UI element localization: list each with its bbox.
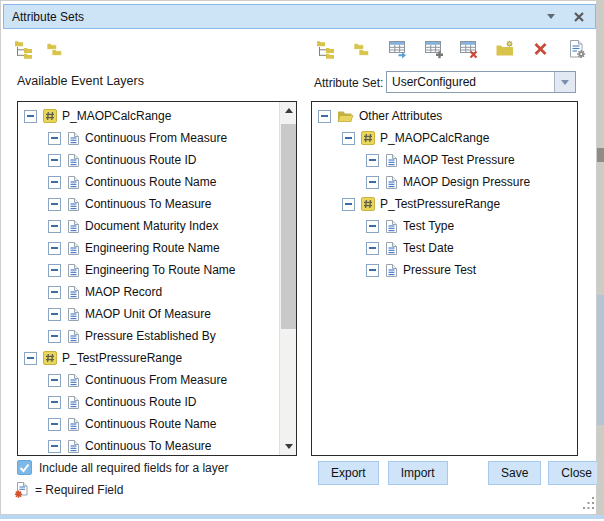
tree-item[interactable]: Pressure Established By: [18, 325, 279, 347]
left-panel-scrollbar[interactable]: [279, 102, 296, 455]
expand-tree-icon[interactable]: [315, 38, 337, 60]
tree-item[interactable]: P_TestPressureRange: [18, 347, 279, 369]
tree-item[interactable]: P_TestPressureRange: [312, 193, 577, 215]
tree-item[interactable]: Engineering To Route Name: [18, 259, 279, 281]
field-icon: [385, 241, 398, 256]
resize-grip[interactable]: [583, 497, 595, 509]
folder-new-icon[interactable]: [494, 38, 516, 60]
scroll-down-button[interactable]: [280, 438, 297, 455]
collapse-toggle-icon[interactable]: [24, 352, 37, 365]
tree-item[interactable]: MAOP Test Pressure: [312, 149, 577, 171]
collapse-toggle-icon[interactable]: [342, 132, 355, 145]
table-remove-icon[interactable]: [458, 38, 480, 60]
include-required-fields-row: Include all required fields for a layer: [17, 460, 228, 475]
collapse-toggle-icon[interactable]: [48, 330, 61, 343]
collapse-toggle-icon[interactable]: [48, 440, 61, 453]
tree-item[interactable]: P_MAOPCalcRange: [18, 105, 279, 127]
tree-item-label: Continuous Route ID: [85, 395, 196, 409]
scroll-up-button[interactable]: [280, 102, 297, 119]
tree-item-label: Continuous Route Name: [85, 417, 216, 431]
field-icon: [67, 131, 80, 146]
collapse-toggle-icon[interactable]: [48, 132, 61, 145]
tree-item[interactable]: Continuous Route ID: [18, 149, 279, 171]
expand-tree-icon[interactable]: [13, 38, 35, 60]
collapse-toggle-icon[interactable]: [366, 154, 379, 167]
table-export-icon[interactable]: [387, 38, 409, 60]
collapse-toggle-icon[interactable]: [48, 418, 61, 431]
field-icon: [385, 175, 398, 190]
close-dialog-button[interactable]: [571, 9, 587, 25]
field-icon: [385, 219, 398, 234]
include-required-fields-checkbox[interactable]: [17, 460, 32, 475]
collapse-toggle-icon[interactable]: [48, 374, 61, 387]
left-toolbar: [13, 38, 66, 60]
collapse-toggle-icon[interactable]: [366, 242, 379, 255]
chevron-down-icon: [561, 80, 569, 85]
attribute-set-select[interactable]: UserConfigured: [386, 71, 576, 93]
collapse-toggle-icon[interactable]: [48, 286, 61, 299]
attribute-set-label: Attribute Set:: [314, 76, 383, 90]
import-button[interactable]: Import: [388, 461, 448, 485]
tree-item[interactable]: Test Date: [312, 237, 577, 259]
tree-item[interactable]: MAOP Record: [18, 281, 279, 303]
scrollbar-thumb[interactable]: [281, 124, 296, 329]
event-layer-icon: [43, 351, 57, 365]
attribute-sets-dialog: Attribute Sets Available Event Layers At…: [0, 0, 597, 515]
attribute-set-dropdown-button[interactable]: [554, 72, 575, 92]
collapse-toggle-icon[interactable]: [48, 308, 61, 321]
field-icon: [67, 329, 80, 344]
collapse-folders-icon[interactable]: [44, 38, 66, 60]
collapse-toggle-icon[interactable]: [48, 154, 61, 167]
tree-item[interactable]: P_MAOPCalcRange: [312, 127, 577, 149]
tree-item[interactable]: Continuous Route ID: [18, 391, 279, 413]
collapse-toggle-icon[interactable]: [318, 110, 331, 123]
tree-item-label: Engineering Route Name: [85, 241, 220, 255]
collapse-toggle-icon[interactable]: [366, 176, 379, 189]
tree-item-label: Continuous From Measure: [85, 131, 227, 145]
document-settings-icon[interactable]: [566, 38, 588, 60]
collapse-toggle-icon[interactable]: [366, 220, 379, 233]
field-icon: [67, 219, 80, 234]
tree-item[interactable]: Document Maturity Index: [18, 215, 279, 237]
collapse-toggle-icon[interactable]: [366, 264, 379, 277]
delete-icon[interactable]: [530, 38, 552, 60]
collapse-toggle-icon[interactable]: [24, 110, 37, 123]
collapse-toggle-icon[interactable]: [48, 242, 61, 255]
titlebar[interactable]: Attribute Sets: [3, 4, 596, 29]
collapse-toggle-icon[interactable]: [48, 176, 61, 189]
collapse-toggle-icon[interactable]: [48, 198, 61, 211]
collapse-toggle-icon[interactable]: [48, 396, 61, 409]
tree-item[interactable]: Continuous To Measure: [18, 193, 279, 215]
export-button[interactable]: Export: [318, 461, 379, 485]
tree-item[interactable]: Continuous To Measure: [18, 435, 279, 456]
tree-item-label: Other Attributes: [359, 109, 442, 123]
tree-item[interactable]: Continuous Route Name: [18, 413, 279, 435]
collapse-toggle-icon[interactable]: [48, 220, 61, 233]
tree-item[interactable]: MAOP Design Pressure: [312, 171, 577, 193]
tree-item[interactable]: Engineering Route Name: [18, 237, 279, 259]
arrow-down-icon: [285, 444, 293, 449]
collapse-folders-icon[interactable]: [351, 38, 373, 60]
collapse-dialog-button[interactable]: [543, 9, 559, 25]
tree-item-label: P_MAOPCalcRange: [380, 131, 489, 145]
table-add-icon[interactable]: [423, 38, 445, 60]
caret-down-icon: [547, 14, 555, 19]
right-toolbar: [315, 38, 588, 60]
save-button[interactable]: Save: [488, 461, 541, 485]
close-button[interactable]: Close: [548, 461, 604, 485]
tree-item[interactable]: Continuous Route Name: [18, 171, 279, 193]
collapse-toggle-icon[interactable]: [342, 198, 355, 211]
tree-item[interactable]: Pressure Test: [312, 259, 577, 281]
tree-item[interactable]: Test Type: [312, 215, 577, 237]
tree-item-label: Test Date: [403, 241, 454, 255]
attribute-set-panel: Other AttributesP_MAOPCalcRangeMAOP Test…: [311, 101, 578, 456]
tree-item[interactable]: Continuous From Measure: [18, 127, 279, 149]
collapse-toggle-icon[interactable]: [48, 264, 61, 277]
field-icon: [385, 263, 398, 278]
tree-item[interactable]: Continuous From Measure: [18, 369, 279, 391]
tree-item[interactable]: MAOP Unit Of Measure: [18, 303, 279, 325]
field-icon: [67, 307, 80, 322]
tree-item[interactable]: Other Attributes: [312, 105, 577, 127]
field-icon: [67, 263, 80, 278]
tree-item-label: P_TestPressureRange: [380, 197, 500, 211]
